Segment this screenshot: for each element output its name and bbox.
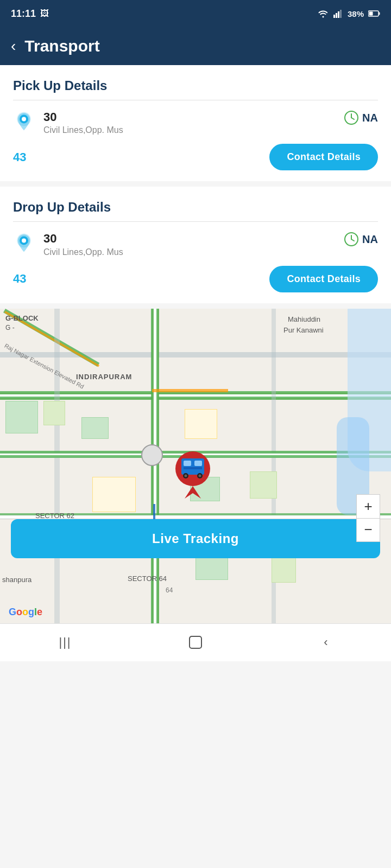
dropup-location-left: 30 Civil Lines,Opp. Mus	[13, 232, 123, 257]
map-label-shanpura: shanpura	[2, 576, 31, 584]
dropup-location-row: 30 Civil Lines,Opp. Mus NA	[13, 232, 378, 257]
pickup-location-left: 30 Civil Lines,Opp. Mus	[13, 110, 123, 135]
dropup-bus-row: 43 Contact Details	[13, 266, 378, 292]
pickup-location-info: 30 Civil Lines,Opp. Mus	[43, 110, 123, 135]
bus-marker-wrap	[174, 450, 212, 501]
map-label-sector64: SECTOR 64	[128, 575, 167, 583]
map-container[interactable]: G-BLOCK G - INDIRAPURAM Mahiuddin Pur Ka…	[0, 309, 391, 623]
bottom-nav: ||| ‹	[0, 623, 391, 661]
pickup-address: Civil Lines,Opp. Mus	[43, 125, 123, 135]
status-time: 11:11	[11, 8, 36, 20]
dropup-time-badge: NA	[344, 232, 378, 247]
svg-rect-1	[336, 13, 337, 18]
dropup-time: NA	[362, 233, 378, 246]
svg-rect-2	[338, 11, 339, 18]
map-label-g: G -	[5, 324, 15, 331]
pickup-bus-row: 43 Contact Details	[13, 144, 378, 170]
status-bar: 11:11 🖼 38%	[0, 0, 391, 27]
dropup-address: Civil Lines,Opp. Mus	[43, 247, 123, 257]
nav-recent-apps[interactable]: |||	[55, 633, 75, 652]
svg-rect-0	[333, 15, 335, 18]
battery-percentage: 38%	[348, 9, 364, 18]
green-block-1	[5, 401, 38, 433]
pickup-time: NA	[362, 112, 378, 124]
home-icon	[187, 634, 204, 650]
pickup-divider	[13, 100, 378, 100]
svg-rect-22	[184, 461, 191, 466]
pickup-clock-icon	[344, 110, 359, 125]
pickup-location-row: 30 Civil Lines,Opp. Mus NA	[13, 110, 378, 135]
dropup-section-title: Drop Up Details	[13, 200, 378, 215]
nav-back[interactable]: ‹	[316, 633, 336, 652]
dropup-pin-icon	[13, 233, 35, 254]
zoom-controls: + −	[356, 494, 380, 542]
svg-point-26	[185, 474, 187, 477]
building-2	[92, 477, 136, 512]
pickup-section: Pick Up Details 30 Civil Lines,Opp. Mus …	[0, 65, 391, 181]
road-v1	[54, 309, 60, 623]
pickup-time-badge: NA	[344, 110, 378, 125]
svg-point-15	[22, 239, 26, 243]
bus-marker	[174, 450, 212, 501]
dropup-divider	[13, 221, 378, 222]
svg-rect-5	[379, 12, 380, 15]
map-background: G-BLOCK G - INDIRAPURAM Mahiuddin Pur Ka…	[0, 309, 391, 623]
map-label-64: 64	[166, 586, 173, 594]
dropup-bus-number: 43	[13, 272, 26, 286]
building-1	[185, 409, 217, 439]
green-block-5	[250, 471, 277, 499]
svg-point-9	[22, 117, 26, 121]
dropup-location-info: 30 Civil Lines,Opp. Mus	[43, 232, 123, 257]
live-tracking-button[interactable]: Live Tracking	[11, 519, 380, 558]
pickup-section-title: Pick Up Details	[13, 78, 378, 93]
svg-rect-6	[369, 12, 373, 16]
svg-rect-23	[194, 461, 202, 466]
bus-pin-svg	[174, 450, 212, 499]
dropup-contact-button[interactable]: Contact Details	[269, 266, 378, 292]
pickup-contact-button[interactable]: Contact Details	[269, 144, 378, 170]
zoom-in-button[interactable]: +	[356, 494, 380, 518]
svg-rect-3	[340, 10, 342, 18]
wifi-icon	[317, 9, 329, 18]
svg-rect-24	[184, 467, 202, 469]
back-button[interactable]: ‹	[11, 37, 16, 55]
green-block-2	[43, 401, 65, 425]
svg-line-12	[351, 118, 354, 119]
battery-icon	[368, 10, 380, 17]
status-icons: 38%	[317, 9, 380, 18]
green-block-3	[81, 417, 109, 439]
dropup-clock-icon	[344, 232, 359, 247]
nav-home[interactable]	[186, 633, 205, 652]
photo-icon: 🖼	[40, 9, 49, 18]
signal-icon	[333, 9, 343, 18]
orange-road-h	[152, 389, 228, 392]
page-title: Transport	[24, 37, 99, 55]
dropup-stop-number: 30	[43, 232, 123, 246]
header: ‹ Transport	[0, 27, 391, 65]
dropup-section: Drop Up Details 30 Civil Lines,Opp. Mus …	[0, 187, 391, 303]
svg-line-18	[351, 239, 354, 241]
pickup-stop-number: 30	[43, 110, 123, 124]
pickup-pin-icon	[13, 111, 35, 133]
zoom-out-button[interactable]: −	[356, 518, 380, 542]
map-label-gblock: G-BLOCK	[5, 314, 39, 322]
google-logo: Google	[9, 607, 42, 618]
pickup-bus-number: 43	[13, 150, 26, 164]
map-label-indirapuram: INDIRAPURAM	[76, 373, 132, 381]
map-label-sector62: SECTOR 62	[35, 512, 74, 520]
map-label-pur: Pur Kanawni	[283, 326, 324, 334]
svg-point-28	[199, 474, 201, 477]
roundabout	[141, 444, 163, 466]
svg-rect-29	[190, 636, 201, 648]
map-label-mahiuddin: Mahiuddin	[288, 315, 320, 323]
